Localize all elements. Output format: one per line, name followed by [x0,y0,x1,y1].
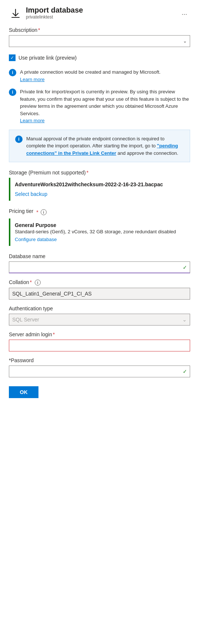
pricing-section: Pricing tier * i General Purpose Standar… [9,208,190,246]
collation-input-wrapper [9,288,190,300]
blue-info-box: i Manual approval of the private endpoin… [9,130,190,163]
pricing-tier-desc: Standard-series (Gen5), 2 vCores, 32 GB … [15,229,186,234]
password-label: *Password [9,357,190,363]
server-admin-input[interactable] [9,340,190,351]
auth-type-section: Authentication type SQL Server ⌄ [9,306,190,326]
database-name-check-icon: ✓ [183,264,187,270]
ellipsis-button[interactable]: ... [179,7,190,18]
database-name-input-wrapper: ✓ [9,261,190,273]
info-text-1: A private connection would be created an… [20,69,161,83]
dropdown-arrow-icon: ⌄ [183,39,187,44]
database-name-input[interactable] [9,261,190,273]
checkbox-checkmark-icon: ✓ [10,56,14,60]
configure-database-link[interactable]: Configure database [15,237,186,242]
subscription-section: Subscription* ⌄ [9,27,190,47]
password-section: *Password ✓ [9,357,190,377]
collation-info-icon: i [35,280,41,286]
pricing-label: Pricing tier [9,208,33,214]
info-note-1: i A private connection would be created … [9,69,190,83]
ok-button[interactable]: OK [9,386,38,398]
private-link-label: Use private link (preview) [18,55,77,61]
collation-section: Collation* i [9,279,190,300]
learn-more-link-1[interactable]: Learn more [20,77,44,82]
server-admin-section: Server admin login* [9,331,190,351]
private-link-checkbox-row[interactable]: ✓ Use private link (preview) [9,54,190,61]
page-header: Import database privatelinktest ... [9,6,190,20]
blue-info-text: Manual approval of the private endpoint … [26,135,184,157]
subscription-label: Subscription* [9,27,190,33]
password-check-icon: ✓ [183,368,187,374]
select-backup-link[interactable]: Select backup [15,191,186,197]
import-icon [9,6,22,20]
storage-label: Storage (Premium not supported)* [9,170,190,176]
info-text-2: Private link for import/export is curren… [20,88,190,124]
info-icon-3: i [15,136,23,143]
database-name-section: Database name ✓ [9,253,190,273]
info-note-2: i Private link for import/export is curr… [9,88,190,124]
password-input-wrapper: ✓ [9,366,190,377]
storage-filename: AdventureWorks2012withchecksum-2022-2-16… [15,181,186,187]
subscription-dropdown[interactable]: ⌄ [9,35,190,47]
pricing-block: General Purpose Standard-series (Gen5), … [9,218,190,246]
learn-more-link-2[interactable]: Learn more [20,118,44,123]
auth-type-label: Authentication type [9,306,190,311]
page-subtitle: privatelinktest [26,14,83,20]
pricing-tier-name: General Purpose [15,222,186,228]
auth-type-value: SQL Server [12,317,39,323]
auth-type-dropdown[interactable]: SQL Server ⌄ [9,314,190,326]
server-admin-label: Server admin login* [9,331,190,337]
password-input[interactable] [9,366,190,377]
info-icon-2: i [9,89,16,96]
info-icon-1: i [9,69,16,76]
auth-type-arrow-icon: ⌄ [182,317,187,323]
collation-label: Collation* i [9,279,190,286]
database-name-label: Database name [9,253,190,259]
page-title: Import database [26,6,83,14]
storage-section: Storage (Premium not supported)* Adventu… [9,170,190,201]
server-admin-input-wrapper [9,340,190,351]
storage-file-block: AdventureWorks2012withchecksum-2022-2-16… [9,178,190,201]
private-link-checkbox[interactable]: ✓ [9,54,16,61]
collation-input[interactable] [9,288,190,300]
pricing-info-icon: i [41,209,47,215]
pricing-label-row: Pricing tier * i [9,208,190,216]
